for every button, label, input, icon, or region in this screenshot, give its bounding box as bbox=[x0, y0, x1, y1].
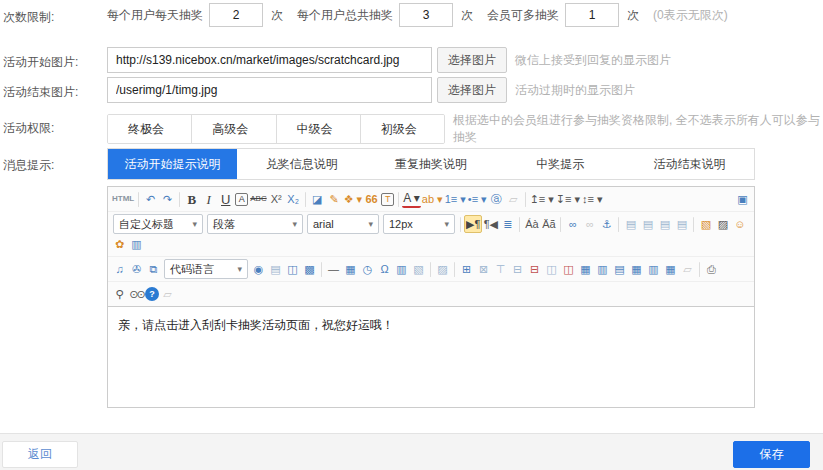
strikethrough-icon[interactable]: ABC bbox=[249, 190, 267, 208]
member-extra-draw-input[interactable] bbox=[565, 3, 619, 27]
quick-format-icon[interactable]: ▥ bbox=[393, 260, 410, 278]
split-column-icon[interactable]: ▦ bbox=[662, 260, 679, 278]
line-spacing-dropdown[interactable]: ↕≡ ▾ bbox=[581, 190, 604, 208]
editor-content[interactable]: 亲，请点击进入刮刮卡抽奖活动页面，祝您好运哦！ bbox=[108, 307, 754, 407]
to-lowercase-icon[interactable]: Äã bbox=[540, 215, 557, 233]
italic-icon[interactable]: I bbox=[200, 190, 217, 208]
align-right-icon[interactable]: ▤ bbox=[656, 215, 673, 233]
font-family-select[interactable]: arial bbox=[307, 214, 379, 234]
format-painter-icon[interactable]: ✎ bbox=[326, 190, 343, 208]
column-layout-icon[interactable]: ◫ bbox=[284, 260, 301, 278]
font-border-icon[interactable]: A bbox=[235, 193, 248, 206]
scrawl-icon[interactable]: ✿ bbox=[111, 235, 128, 253]
font-color-dropdown[interactable]: A ▾ bbox=[402, 190, 421, 208]
delete-column-icon[interactable]: ◫ bbox=[560, 260, 577, 278]
insert-frame-icon[interactable]: ⧉ bbox=[145, 260, 162, 278]
print-icon[interactable]: ⎙ bbox=[703, 260, 720, 278]
paste-icon[interactable]: ▱ bbox=[159, 285, 176, 303]
unordered-list-dropdown[interactable]: •≡ ▾ bbox=[467, 190, 488, 208]
tab-activity-end[interactable]: 活动结束说明 bbox=[625, 149, 754, 179]
delete-table-icon[interactable]: ⊠ bbox=[475, 260, 492, 278]
align-justify-icon[interactable]: ▤ bbox=[673, 215, 690, 233]
code-block-icon[interactable]: ◉ bbox=[250, 260, 267, 278]
member-level-middle-button[interactable]: 中级会员 bbox=[277, 115, 361, 143]
tab-repeat-draw[interactable]: 重复抽奖说明 bbox=[366, 149, 495, 179]
paragraph-format-select[interactable]: 段落 bbox=[207, 214, 303, 234]
daily-draw-input[interactable] bbox=[209, 3, 263, 27]
horizontal-rule-icon[interactable]: — bbox=[325, 260, 342, 278]
map-icon[interactable]: ▨ bbox=[434, 260, 451, 278]
table-background-icon[interactable]: ▱ bbox=[679, 260, 696, 278]
emoticon-icon[interactable]: ☺ bbox=[731, 215, 748, 233]
to-uppercase-icon[interactable]: Áà bbox=[523, 215, 540, 233]
tab-win-tip[interactable]: 中奖提示 bbox=[496, 149, 625, 179]
paragraph-style-icon[interactable]: ≣ bbox=[499, 215, 516, 233]
bold-icon[interactable]: B bbox=[183, 190, 200, 208]
link-icon[interactable]: ∞ bbox=[564, 215, 581, 233]
split-row-icon[interactable]: ▥ bbox=[645, 260, 662, 278]
redo-icon[interactable]: ↷ bbox=[159, 190, 176, 208]
attachment-icon[interactable]: ✇ bbox=[128, 260, 145, 278]
remove-format-icon[interactable]: ◪ bbox=[309, 190, 326, 208]
auto-typeset-dropdown[interactable]: ❖ ▾ bbox=[343, 190, 363, 208]
font-size-select[interactable]: 12px bbox=[383, 214, 455, 234]
unlink-icon[interactable]: ∞ bbox=[581, 215, 598, 233]
simple-upload-image-icon[interactable]: ▧ bbox=[697, 215, 714, 233]
superscript-icon[interactable]: X² bbox=[268, 190, 285, 208]
image-manager-icon[interactable]: ▩ bbox=[301, 260, 318, 278]
insert-table-icon[interactable]: ⊞ bbox=[458, 260, 475, 278]
code-language-select[interactable]: 代码语言 bbox=[164, 259, 248, 279]
toolbar-separator bbox=[454, 262, 455, 277]
highlight-color-dropdown[interactable]: ab ▾ bbox=[421, 190, 444, 208]
time-icon[interactable]: ◷ bbox=[359, 260, 376, 278]
screenshot-icon[interactable]: ▨ bbox=[714, 215, 731, 233]
blockquote-icon[interactable]: 66 bbox=[363, 190, 380, 208]
paragraph-spacing-dropdown[interactable]: ↧≡ ▾ bbox=[555, 190, 581, 208]
split-cells-icon[interactable]: ▦ bbox=[628, 260, 645, 278]
find-replace-icon[interactable]: ⊙⊙ bbox=[128, 285, 145, 303]
member-level-junior-button[interactable]: 初级会员 bbox=[361, 115, 444, 143]
date-icon[interactable]: ▦ bbox=[342, 260, 359, 278]
merge-right-icon[interactable]: ▥ bbox=[594, 260, 611, 278]
start-image-pick-button[interactable]: 选择图片 bbox=[437, 47, 507, 73]
word-image-icon[interactable]: ▧ bbox=[410, 260, 427, 278]
delete-row-icon[interactable]: ⊟ bbox=[526, 260, 543, 278]
undo-icon[interactable]: ↶ bbox=[142, 190, 159, 208]
special-char-icon[interactable]: Ω bbox=[376, 260, 393, 278]
subscript-icon[interactable]: X₂ bbox=[285, 190, 302, 208]
fullscreen-icon[interactable]: ▣ bbox=[734, 190, 751, 208]
back-button[interactable]: 返回 bbox=[2, 441, 78, 468]
insert-row-icon[interactable]: ⊟ bbox=[509, 260, 526, 278]
insert-video-icon[interactable]: ▥ bbox=[128, 235, 145, 253]
custom-style-select[interactable]: 自定义标题 bbox=[113, 214, 203, 234]
save-button[interactable]: 保存 bbox=[733, 441, 810, 468]
blank-doc-icon[interactable]: ▱ bbox=[505, 190, 522, 208]
merge-down-icon[interactable]: ▤ bbox=[611, 260, 628, 278]
insert-column-icon[interactable]: ◫ bbox=[543, 260, 560, 278]
underline-icon[interactable]: U bbox=[217, 190, 234, 208]
member-level-ultimate-button[interactable]: 终极会员 bbox=[108, 115, 192, 143]
ordered-list-dropdown[interactable]: 1≡ ▾ bbox=[444, 190, 467, 208]
music-icon[interactable]: ♫ bbox=[111, 260, 128, 278]
merge-cells-icon[interactable]: ▦ bbox=[577, 260, 594, 278]
align-center-icon[interactable]: ▤ bbox=[639, 215, 656, 233]
member-level-senior-button[interactable]: 高级会员 bbox=[192, 115, 276, 143]
help-icon[interactable]: ? bbox=[145, 287, 159, 301]
end-image-input[interactable] bbox=[107, 77, 432, 103]
ltr-paragraph-icon[interactable]: ▶¶ bbox=[464, 215, 482, 233]
search-icon[interactable]: ⚲ bbox=[111, 285, 128, 303]
rtl-paragraph-icon[interactable]: ¶◀ bbox=[482, 215, 499, 233]
table-title-icon[interactable]: ⊤ bbox=[492, 260, 509, 278]
end-image-pick-button[interactable]: 选择图片 bbox=[437, 77, 507, 103]
snapshot-icon[interactable]: ▤ bbox=[267, 260, 284, 278]
tab-redeem-info[interactable]: 兑奖信息说明 bbox=[237, 149, 366, 179]
anchor-style-icon[interactable]: ⓐ bbox=[488, 190, 505, 208]
anchor-icon[interactable]: ⚓ bbox=[598, 215, 615, 233]
start-image-input[interactable] bbox=[107, 47, 432, 73]
align-left-icon[interactable]: ▤ bbox=[622, 215, 639, 233]
html-source-icon[interactable]: HTML bbox=[111, 190, 135, 208]
paragraph-indent-dropdown[interactable]: ↥≡ ▾ bbox=[529, 190, 555, 208]
tab-activity-start-tip[interactable]: 活动开始提示说明 bbox=[108, 149, 237, 179]
paste-as-text-icon[interactable]: T bbox=[381, 193, 394, 206]
total-draw-input[interactable] bbox=[399, 3, 453, 27]
